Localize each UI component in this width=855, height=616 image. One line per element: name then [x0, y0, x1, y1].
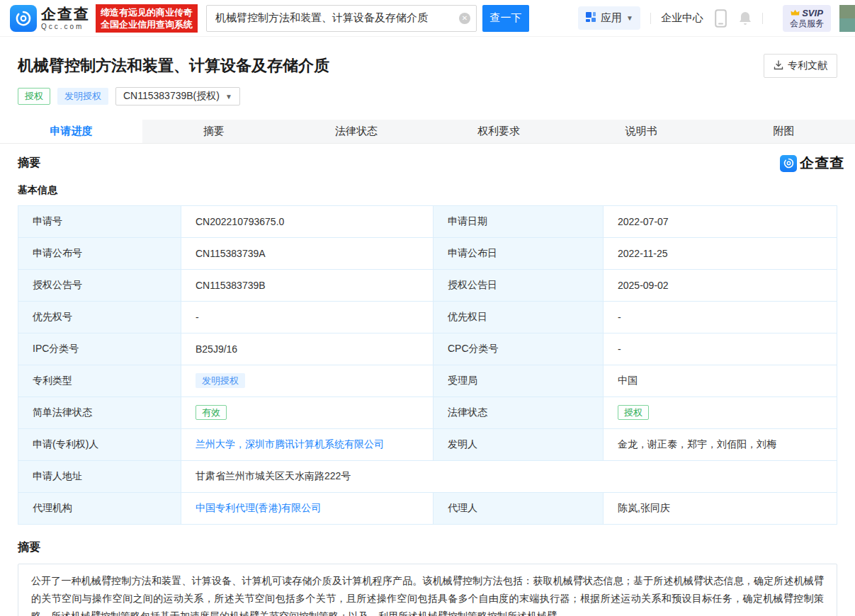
- table-row: 申请公布号CN115383739A申请公布日2022-11-25: [18, 238, 837, 270]
- svip-sub-label: 会员服务: [790, 18, 824, 29]
- field-value: CN202210793675.0: [181, 206, 434, 238]
- field-label: CPC分类号: [434, 333, 604, 365]
- field-label: 申请人地址: [18, 461, 181, 493]
- table-row: 申请号CN202210793675.0申请日期2022-07-07: [18, 206, 837, 238]
- svip-label: SVIP: [802, 8, 823, 18]
- field-label: 专利类型: [18, 365, 181, 397]
- qcc-logo[interactable]: 企查查 Qcc.com: [10, 5, 90, 32]
- qcc-watermark: 企查查: [780, 154, 844, 173]
- table-row: IPC分类号B25J9/16CPC分类号-: [18, 333, 837, 365]
- table-row: 授权公告号CN115383739B授权公告日2025-09-02: [18, 270, 837, 302]
- patent-document-button[interactable]: 专利文献: [764, 54, 837, 78]
- basic-info-table-body: 申请号CN202210793675.0申请日期2022-07-07申请公布号CN…: [18, 206, 837, 525]
- page-title: 机械臂控制方法和装置、计算设备及存储介质: [18, 55, 837, 76]
- notification-bell-icon[interactable]: [738, 11, 752, 26]
- field-label: 申请号: [18, 206, 181, 238]
- tab-1[interactable]: 申请进度: [0, 120, 142, 143]
- tab-2[interactable]: 摘要: [142, 120, 285, 143]
- top-header: 企查查 Qcc.com 缔造有远见的商业传奇 全国企业信用查询系统 ✕ 查一下 …: [0, 0, 855, 37]
- tab-bar: 申请进度摘要法律状态权利要求说明书附图: [0, 120, 855, 144]
- field-value: CN115383739B: [181, 270, 434, 302]
- patent-document-label: 专利文献: [788, 59, 827, 72]
- patent-header: 机械臂控制方法和装置、计算设备及存储介质 授权 发明授权 CN115383739…: [0, 37, 855, 105]
- search-button[interactable]: 查一下: [482, 5, 529, 32]
- qcc-watermark-text: 企查查: [800, 154, 844, 173]
- field-value: 2022-07-07: [604, 206, 837, 238]
- status-badge: 发明授权: [196, 373, 245, 388]
- section-title-abstract: 摘要: [18, 156, 40, 171]
- field-value: 陈岚,张同庆: [604, 493, 837, 525]
- field-value: 甘肃省兰州市城关区天水南路222号: [181, 461, 837, 493]
- field-label: 申请日期: [434, 206, 604, 238]
- table-row: 代理机构中国专利代理(香港)有限公司代理人陈岚,张同庆: [18, 493, 837, 525]
- field-value: 发明授权: [181, 365, 434, 397]
- tab-6[interactable]: 附图: [713, 120, 855, 143]
- entity-link[interactable]: 中国专利代理(香港)有限公司: [196, 502, 321, 513]
- chevron-down-icon: ▼: [626, 14, 633, 22]
- table-row: 优先权号-优先权日-: [18, 302, 837, 333]
- table-row: 申请人地址甘肃省兰州市城关区天水南路222号: [18, 461, 837, 493]
- download-icon: [774, 60, 783, 72]
- field-value: 金龙，谢正泰，郑宇，刘佰阳，刘梅: [604, 429, 837, 461]
- logo-subtext: Qcc.com: [41, 23, 90, 30]
- entity-link[interactable]: 兰州大学，深圳市腾讯计算机系统有限公司: [196, 438, 384, 450]
- field-label: 申请(专利权)人: [18, 429, 181, 461]
- search-input[interactable]: [206, 5, 477, 32]
- field-value: 兰州大学，深圳市腾讯计算机系统有限公司: [181, 429, 434, 461]
- apps-grid-icon: [585, 11, 596, 25]
- apps-menu-button[interactable]: 应用 ▼: [578, 6, 640, 30]
- status-badge: 授权: [18, 88, 50, 105]
- crown-icon: [791, 8, 800, 18]
- field-value: B25J9/16: [181, 333, 434, 365]
- user-avatar[interactable]: [839, 5, 855, 32]
- table-row: 简单法律状态有效法律状态授权: [18, 397, 837, 429]
- qcc-logo-icon: [10, 5, 37, 32]
- svip-member-button[interactable]: SVIP 会员服务: [783, 5, 831, 32]
- chevron-down-icon: ▼: [225, 93, 232, 101]
- field-label: 简单法律状态: [18, 397, 181, 429]
- slogan-line1: 缔造有远见的商业传奇: [101, 6, 193, 18]
- patent-number-label: CN115383739B(授权): [123, 90, 220, 103]
- field-value: 2022-11-25: [604, 238, 837, 270]
- table-row: 专利类型发明授权受理局中国: [18, 365, 837, 397]
- tab-3[interactable]: 法律状态: [285, 120, 427, 143]
- field-label: 授权公告日: [434, 270, 604, 302]
- field-label: 优先权日: [434, 302, 604, 333]
- field-label: 代理人: [434, 493, 604, 525]
- brand-slogan: 缔造有远见的商业传奇 全国企业信用查询系统: [96, 4, 198, 33]
- field-label: 优先权号: [18, 302, 181, 333]
- basic-info-title: 基本信息: [18, 184, 837, 197]
- tab-4[interactable]: 权利要求: [428, 120, 570, 143]
- divider: [650, 13, 651, 24]
- slogan-line2: 全国企业信用查询系统: [101, 18, 193, 30]
- logo-text: 企查查: [41, 6, 90, 21]
- field-value: 有效: [181, 397, 434, 429]
- tab-5[interactable]: 说明书: [570, 120, 713, 143]
- status-badge: 有效: [196, 405, 227, 420]
- mobile-app-icon[interactable]: [715, 9, 727, 28]
- clear-icon[interactable]: ✕: [459, 13, 470, 24]
- enterprise-center-link[interactable]: 企业中心: [661, 11, 703, 25]
- qcc-watermark-icon: [780, 155, 797, 172]
- basic-info-table: 申请号CN202210793675.0申请日期2022-07-07申请公布号CN…: [18, 205, 837, 525]
- main-content: 摘要 企查查 基本信息 申请号CN202210793675.0申请日期2022-…: [0, 154, 855, 616]
- field-value: 中国: [604, 365, 837, 397]
- patent-number-dropdown[interactable]: CN115383739B(授权) ▼: [115, 87, 240, 105]
- field-label: 授权公告号: [18, 270, 181, 302]
- divider: [762, 13, 763, 24]
- field-label: 法律状态: [434, 397, 604, 429]
- field-label: 申请公布日: [434, 238, 604, 270]
- field-value: -: [181, 302, 434, 333]
- field-label: 受理局: [434, 365, 604, 397]
- field-value: 2025-09-02: [604, 270, 837, 302]
- patent-type-badge: 发明授权: [57, 88, 108, 105]
- field-value: 授权: [604, 397, 837, 429]
- apps-label: 应用: [601, 11, 622, 25]
- abstract-title: 摘要: [18, 540, 837, 555]
- field-value: CN115383739A: [181, 238, 434, 270]
- field-label: 代理机构: [18, 493, 181, 525]
- abstract-text: 公开了一种机械臂控制方法和装置、计算设备、计算机可读存储介质及计算机程序产品。该…: [18, 564, 837, 616]
- table-row: 申请(专利权)人兰州大学，深圳市腾讯计算机系统有限公司发明人金龙，谢正泰，郑宇，…: [18, 429, 837, 461]
- field-label: 发明人: [434, 429, 604, 461]
- field-value: -: [604, 333, 837, 365]
